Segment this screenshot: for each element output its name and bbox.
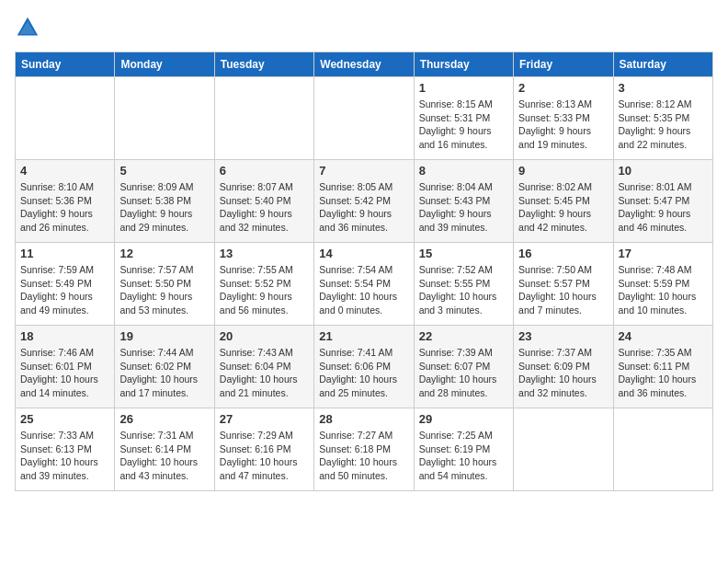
logo: [15, 15, 44, 40]
calendar-cell: 29Sunrise: 7:25 AM Sunset: 6:19 PM Dayli…: [414, 408, 513, 491]
day-number: 16: [518, 247, 608, 260]
day-number: 8: [419, 164, 508, 178]
day-number: 1: [419, 81, 508, 95]
calendar-cell: 18Sunrise: 7:46 AM Sunset: 6:01 PM Dayli…: [16, 326, 115, 408]
day-number: 4: [20, 164, 109, 178]
day-detail: Sunrise: 7:33 AM Sunset: 6:13 PM Dayligh…: [20, 429, 109, 483]
day-detail: Sunrise: 7:50 AM Sunset: 5:57 PM Dayligh…: [518, 263, 608, 317]
day-detail: Sunrise: 8:05 AM Sunset: 5:42 PM Dayligh…: [319, 180, 408, 235]
day-number: 22: [419, 329, 508, 343]
calendar-cell: 7Sunrise: 8:05 AM Sunset: 5:42 PM Daylig…: [314, 160, 414, 243]
day-detail: Sunrise: 8:10 AM Sunset: 5:36 PM Dayligh…: [20, 180, 109, 235]
day-number: 17: [619, 247, 708, 260]
calendar-cell: 13Sunrise: 7:55 AM Sunset: 5:52 PM Dayli…: [214, 243, 313, 326]
calendar-cell: 15Sunrise: 7:52 AM Sunset: 5:55 PM Dayli…: [414, 243, 513, 326]
calendar-cell: 2Sunrise: 8:13 AM Sunset: 5:33 PM Daylig…: [514, 77, 613, 160]
day-number: 19: [119, 329, 209, 343]
calendar-cell: [115, 77, 214, 160]
day-number: 28: [319, 412, 408, 426]
calendar-week-row: 11Sunrise: 7:59 AM Sunset: 5:49 PM Dayli…: [16, 243, 713, 326]
calendar-cell: [314, 77, 414, 160]
calendar-cell: 23Sunrise: 7:37 AM Sunset: 6:09 PM Dayli…: [514, 326, 613, 408]
calendar-cell: 16Sunrise: 7:50 AM Sunset: 5:57 PM Dayli…: [514, 243, 613, 326]
calendar-cell: 9Sunrise: 8:02 AM Sunset: 5:45 PM Daylig…: [514, 160, 613, 243]
day-number: 27: [220, 412, 309, 426]
day-of-week-header: Monday: [115, 52, 214, 77]
day-detail: Sunrise: 8:13 AM Sunset: 5:33 PM Dayligh…: [518, 98, 608, 152]
logo-icon: [15, 15, 40, 40]
calendar-cell: 14Sunrise: 7:54 AM Sunset: 5:54 PM Dayli…: [314, 243, 414, 326]
day-number: 29: [419, 412, 508, 426]
day-detail: Sunrise: 7:27 AM Sunset: 6:18 PM Dayligh…: [319, 429, 408, 483]
day-number: 18: [20, 329, 109, 343]
calendar-cell: 21Sunrise: 7:41 AM Sunset: 6:06 PM Dayli…: [314, 326, 414, 408]
day-detail: Sunrise: 7:37 AM Sunset: 6:09 PM Dayligh…: [518, 346, 608, 400]
day-number: 14: [319, 247, 408, 260]
day-detail: Sunrise: 7:25 AM Sunset: 6:19 PM Dayligh…: [419, 429, 508, 483]
calendar-cell: 20Sunrise: 7:43 AM Sunset: 6:04 PM Dayli…: [214, 326, 313, 408]
calendar-cell: 28Sunrise: 7:27 AM Sunset: 6:18 PM Dayli…: [314, 408, 414, 491]
calendar-table: SundayMondayTuesdayWednesdayThursdayFrid…: [15, 52, 713, 491]
day-number: 20: [220, 329, 309, 343]
day-number: 25: [20, 412, 109, 426]
calendar-cell: 17Sunrise: 7:48 AM Sunset: 5:59 PM Dayli…: [613, 243, 712, 326]
day-number: 24: [619, 329, 708, 343]
calendar-cell: 5Sunrise: 8:09 AM Sunset: 5:38 PM Daylig…: [115, 160, 214, 243]
day-of-week-header: Sunday: [16, 52, 115, 77]
day-detail: Sunrise: 7:44 AM Sunset: 6:02 PM Dayligh…: [119, 346, 209, 400]
day-number: 5: [119, 164, 209, 178]
day-detail: Sunrise: 7:39 AM Sunset: 6:07 PM Dayligh…: [419, 346, 508, 400]
calendar-cell: [214, 77, 313, 160]
day-detail: Sunrise: 7:54 AM Sunset: 5:54 PM Dayligh…: [319, 263, 408, 317]
day-detail: Sunrise: 7:55 AM Sunset: 5:52 PM Dayligh…: [220, 263, 309, 317]
calendar-cell: 22Sunrise: 7:39 AM Sunset: 6:07 PM Dayli…: [414, 326, 513, 408]
day-number: 2: [518, 81, 608, 95]
calendar-cell: [613, 408, 712, 491]
calendar-week-row: 1Sunrise: 8:15 AM Sunset: 5:31 PM Daylig…: [16, 77, 713, 160]
day-number: 7: [319, 164, 408, 178]
calendar-week-row: 18Sunrise: 7:46 AM Sunset: 6:01 PM Dayli…: [16, 326, 713, 408]
calendar-cell: 26Sunrise: 7:31 AM Sunset: 6:14 PM Dayli…: [115, 408, 214, 491]
day-number: 3: [619, 81, 708, 95]
day-detail: Sunrise: 8:04 AM Sunset: 5:43 PM Dayligh…: [419, 180, 508, 235]
day-of-week-header: Tuesday: [214, 52, 313, 77]
day-detail: Sunrise: 7:57 AM Sunset: 5:50 PM Dayligh…: [119, 263, 209, 317]
day-number: 15: [419, 247, 508, 260]
day-of-week-header: Wednesday: [314, 52, 414, 77]
day-number: 21: [319, 329, 408, 343]
calendar-cell: [514, 408, 613, 491]
calendar-cell: 11Sunrise: 7:59 AM Sunset: 5:49 PM Dayli…: [16, 243, 115, 326]
day-number: 13: [220, 247, 309, 260]
day-of-week-header: Thursday: [414, 52, 513, 77]
day-number: 6: [220, 164, 309, 178]
calendar-cell: [16, 77, 115, 160]
calendar-week-row: 25Sunrise: 7:33 AM Sunset: 6:13 PM Dayli…: [16, 408, 713, 491]
calendar-cell: 19Sunrise: 7:44 AM Sunset: 6:02 PM Dayli…: [115, 326, 214, 408]
day-detail: Sunrise: 7:48 AM Sunset: 5:59 PM Dayligh…: [619, 263, 708, 317]
day-number: 9: [518, 164, 608, 178]
day-of-week-header: Friday: [514, 52, 613, 77]
calendar-cell: 12Sunrise: 7:57 AM Sunset: 5:50 PM Dayli…: [115, 243, 214, 326]
day-number: 26: [119, 412, 209, 426]
calendar-week-row: 4Sunrise: 8:10 AM Sunset: 5:36 PM Daylig…: [16, 160, 713, 243]
day-detail: Sunrise: 7:31 AM Sunset: 6:14 PM Dayligh…: [119, 429, 209, 483]
day-detail: Sunrise: 7:52 AM Sunset: 5:55 PM Dayligh…: [419, 263, 508, 317]
day-detail: Sunrise: 8:01 AM Sunset: 5:47 PM Dayligh…: [619, 180, 708, 235]
day-detail: Sunrise: 8:12 AM Sunset: 5:35 PM Dayligh…: [619, 98, 708, 152]
day-number: 12: [119, 247, 209, 260]
calendar-cell: 24Sunrise: 7:35 AM Sunset: 6:11 PM Dayli…: [613, 326, 712, 408]
calendar-cell: 8Sunrise: 8:04 AM Sunset: 5:43 PM Daylig…: [414, 160, 513, 243]
day-detail: Sunrise: 7:59 AM Sunset: 5:49 PM Dayligh…: [20, 263, 109, 317]
day-detail: Sunrise: 7:41 AM Sunset: 6:06 PM Dayligh…: [319, 346, 408, 400]
calendar-cell: 10Sunrise: 8:01 AM Sunset: 5:47 PM Dayli…: [613, 160, 712, 243]
day-detail: Sunrise: 8:15 AM Sunset: 5:31 PM Dayligh…: [419, 98, 508, 152]
calendar-cell: 25Sunrise: 7:33 AM Sunset: 6:13 PM Dayli…: [16, 408, 115, 491]
calendar-cell: 6Sunrise: 8:07 AM Sunset: 5:40 PM Daylig…: [214, 160, 313, 243]
day-number: 23: [518, 329, 608, 343]
calendar-header-row: SundayMondayTuesdayWednesdayThursdayFrid…: [16, 52, 713, 77]
day-number: 10: [619, 164, 708, 178]
day-detail: Sunrise: 7:46 AM Sunset: 6:01 PM Dayligh…: [20, 346, 109, 400]
calendar-cell: 1Sunrise: 8:15 AM Sunset: 5:31 PM Daylig…: [414, 77, 513, 160]
calendar-cell: 27Sunrise: 7:29 AM Sunset: 6:16 PM Dayli…: [214, 408, 313, 491]
day-number: 11: [20, 247, 109, 260]
